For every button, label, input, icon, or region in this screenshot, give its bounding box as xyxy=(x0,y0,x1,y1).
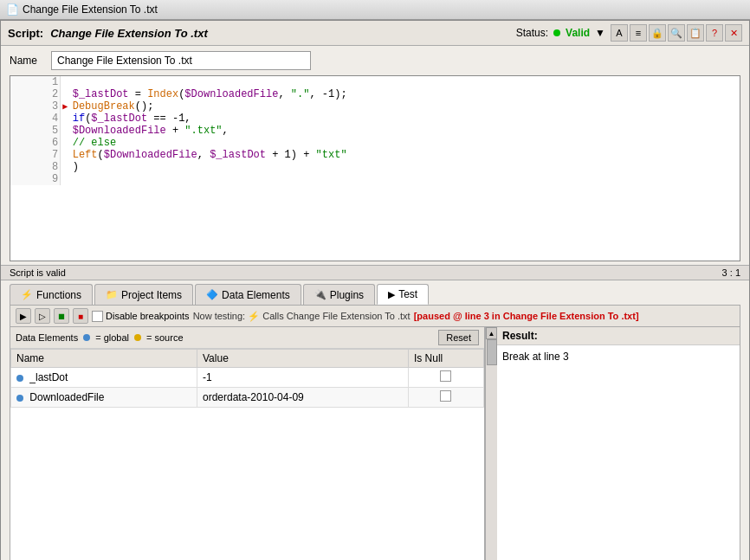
step-button[interactable]: ▷ xyxy=(35,308,50,324)
result-body: Break at line 3 xyxy=(497,345,740,560)
script-label: Script: xyxy=(8,27,43,40)
isnull-checkbox[interactable] xyxy=(440,390,451,402)
test-panel: ▶ ▷ ⏹ ■ Disable breakpoints Now testing:… xyxy=(10,305,740,560)
status-dropdown-arrow[interactable]: ▼ xyxy=(595,27,605,39)
test-icon: ▶ xyxy=(388,289,395,300)
isnull-checkbox[interactable] xyxy=(440,370,451,382)
left-panel: Data Elements = global = source Reset Na… xyxy=(10,327,485,560)
line-number: 8 xyxy=(10,161,61,173)
name-label: Name xyxy=(10,55,44,67)
toolbar-btn-A[interactable]: A xyxy=(611,24,628,42)
line-number: 1 xyxy=(10,76,61,88)
line-code: Left($DownloadedFile, $_lastDot + 1) + "… xyxy=(71,149,740,161)
line-arrow xyxy=(61,113,71,125)
tabs-row: ⚡ Functions 📁 Project Items 🔷 Data Eleme… xyxy=(1,280,749,305)
data-table: Name Value Is Null _lastDot -1 Downloade… xyxy=(10,349,484,408)
tab-project-items[interactable]: 📁 Project Items xyxy=(94,284,193,305)
name-row: Name xyxy=(1,46,749,75)
disable-breakpoints[interactable]: Disable breakpoints xyxy=(92,311,190,322)
line-number: 5 xyxy=(10,125,61,137)
tab-data-elements-label: Data Elements xyxy=(222,289,290,301)
source-dot xyxy=(134,334,141,341)
code-editor[interactable]: 1 2 $_lastDot = Index($DownloadedFile, "… xyxy=(10,75,740,261)
run-button[interactable]: ▶ xyxy=(16,308,31,324)
line-arrow xyxy=(61,149,71,161)
status-message: Script is valid xyxy=(10,267,66,278)
result-content: Break at line 3 xyxy=(502,351,569,363)
tab-test[interactable]: ▶ Test xyxy=(377,284,429,305)
data-table-wrap: Name Value Is Null _lastDot -1 Downloade… xyxy=(10,349,484,560)
data-reset-button[interactable]: Reset xyxy=(438,330,479,345)
data-elements-icon: 🔷 xyxy=(206,289,218,300)
line-code: $_lastDot = Index($DownloadedFile, ".", … xyxy=(71,88,740,100)
script-toolbar: Script: Change File Extension To .txt St… xyxy=(1,21,749,46)
line-number: 2 xyxy=(10,88,61,100)
global-dot xyxy=(83,334,90,341)
script-name: Change File Extension To .txt xyxy=(50,27,208,40)
line-arrow xyxy=(61,161,71,173)
line-code: $DownloadedFile + ".txt", xyxy=(71,125,740,137)
tab-plugins[interactable]: 🔌 Plugins xyxy=(303,284,375,305)
col-name: Name xyxy=(11,350,197,368)
status-indicator xyxy=(553,29,560,36)
editor-status-bar: Script is valid 3 : 1 xyxy=(1,265,749,280)
disable-bp-checkbox[interactable] xyxy=(92,311,103,322)
line-code xyxy=(71,76,740,88)
toolbar-btn-text[interactable]: ≡ xyxy=(630,24,647,42)
name-input[interactable] xyxy=(51,51,311,70)
status-label: Status: xyxy=(516,27,548,39)
line-code: // else xyxy=(71,137,740,149)
result-header: Result: xyxy=(497,327,740,345)
table-row: DownloadedFile orderdata-2010-04-09 xyxy=(11,388,484,408)
stop-button[interactable]: ⏹ xyxy=(54,308,69,324)
col-value: Value xyxy=(197,350,409,368)
line-code: DebugBreak(); xyxy=(71,100,740,113)
toolbar-btn-search[interactable]: 🔍 xyxy=(668,24,685,42)
line-number: 7 xyxy=(10,149,61,161)
legend: Data Elements = global = source xyxy=(16,332,184,343)
line-arrow xyxy=(61,137,71,149)
global-label: = global xyxy=(95,332,129,343)
status-text: Valid xyxy=(566,27,590,39)
line-code: if($_lastDot == -1, xyxy=(71,113,740,125)
left-scrollbar[interactable]: ▲ ▼ xyxy=(485,327,497,560)
row-value: orderdata-2010-04-09 xyxy=(197,388,409,408)
line-number: 6 xyxy=(10,137,61,149)
disable-bp-label: Disable breakpoints xyxy=(106,311,190,321)
result-scrollbar[interactable] xyxy=(738,327,740,560)
line-code xyxy=(71,173,740,185)
scroll-v-thumb[interactable] xyxy=(487,339,497,365)
now-testing-label: Now testing: ⚡ Calls Change File Extensi… xyxy=(193,311,411,322)
window-icon: 📄 xyxy=(5,3,19,16)
toolbar-icon-group: A ≡ 🔒 🔍 📋 ? ✕ xyxy=(611,24,742,42)
line-arrow xyxy=(61,76,71,88)
row-value: -1 xyxy=(197,368,409,388)
scroll-up-btn[interactable]: ▲ xyxy=(486,327,497,339)
called-script: Calls Change File Extension To .txt xyxy=(262,311,410,321)
title-bar: 📄 Change File Extension To .txt xyxy=(0,0,750,20)
paused-indicator: [paused @ line 3 in Change File Extensio… xyxy=(414,311,639,321)
source-label: = source xyxy=(146,332,184,343)
line-number: 9 xyxy=(10,173,61,185)
line-number: 4 xyxy=(10,113,61,125)
line-arrow xyxy=(61,125,71,137)
line-code: ) xyxy=(71,161,740,173)
de-header-label: Data Elements xyxy=(16,332,78,343)
tab-functions-label: Functions xyxy=(36,289,81,301)
line-number: 3 xyxy=(10,100,61,113)
main-window: Script: Change File Extension To .txt St… xyxy=(0,20,750,560)
table-row: _lastDot -1 xyxy=(11,368,484,388)
toolbar-btn-help[interactable]: ? xyxy=(706,24,723,42)
toolbar-btn-copy[interactable]: 📋 xyxy=(687,24,704,42)
col-isnull: Is Null xyxy=(408,350,483,368)
line-arrow: ▶ xyxy=(61,100,71,113)
reset-button[interactable]: ■ xyxy=(73,308,88,324)
line-arrow xyxy=(61,173,71,185)
tab-functions[interactable]: ⚡ Functions xyxy=(10,284,93,305)
tab-data-elements[interactable]: 🔷 Data Elements xyxy=(195,284,301,305)
scroll-v-track[interactable] xyxy=(486,339,497,560)
test-body: Data Elements = global = source Reset Na… xyxy=(10,327,740,560)
window-title: Change File Extension To .txt xyxy=(23,3,158,16)
row-name: _lastDot xyxy=(11,368,197,388)
toolbar-btn-lock[interactable]: 🔒 xyxy=(649,24,666,42)
